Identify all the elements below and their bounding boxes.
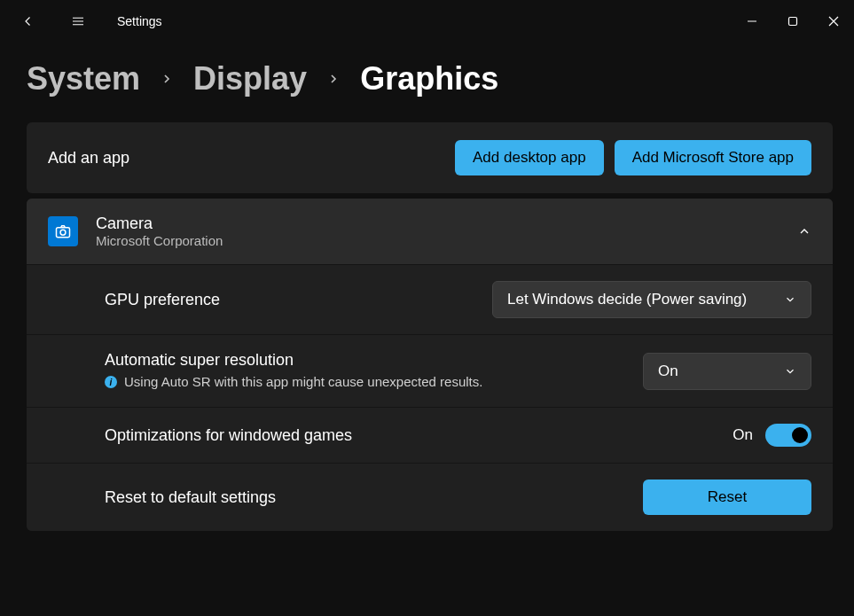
auto-sr-title: Automatic super resolution bbox=[105, 351, 629, 370]
windowed-optimizations-row: Optimizations for windowed games On bbox=[27, 407, 833, 463]
camera-app-icon bbox=[48, 216, 78, 246]
auto-sr-row: Automatic super resolution i Using Auto … bbox=[27, 334, 833, 407]
breadcrumb-system[interactable]: System bbox=[27, 60, 140, 97]
svg-rect-0 bbox=[789, 18, 797, 26]
gpu-preference-row: GPU preference Let Windows decide (Power… bbox=[27, 264, 833, 334]
chevron-down-icon bbox=[784, 293, 796, 306]
back-button[interactable] bbox=[11, 4, 46, 39]
app-settings-card: Camera Microsoft Corporation GPU prefere… bbox=[27, 199, 833, 531]
info-icon: i bbox=[105, 376, 117, 388]
svg-rect-1 bbox=[57, 228, 70, 238]
chevron-up-icon bbox=[797, 224, 811, 238]
breadcrumb-graphics: Graphics bbox=[360, 60, 498, 97]
windowed-optimizations-toggle[interactable] bbox=[765, 424, 811, 447]
app-expander-header[interactable]: Camera Microsoft Corporation bbox=[27, 199, 833, 264]
gpu-preference-value: Let Windows decide (Power saving) bbox=[507, 291, 747, 308]
add-desktop-app-button[interactable]: Add desktop app bbox=[455, 140, 604, 175]
app-name: Camera bbox=[96, 214, 797, 233]
windowed-optimizations-title: Optimizations for windowed games bbox=[105, 426, 718, 445]
minimize-button[interactable] bbox=[732, 7, 772, 35]
auto-sr-value: On bbox=[658, 363, 678, 380]
auto-sr-dropdown[interactable]: On bbox=[643, 353, 811, 390]
windowed-optimizations-state: On bbox=[733, 426, 753, 444]
reset-row: Reset to default settings Reset bbox=[27, 463, 833, 531]
breadcrumb: System Display Graphics bbox=[27, 60, 833, 97]
svg-point-2 bbox=[60, 230, 66, 235]
gpu-preference-dropdown[interactable]: Let Windows decide (Power saving) bbox=[492, 281, 811, 318]
reset-title: Reset to default settings bbox=[105, 488, 629, 507]
add-app-row: Add an app Add desktop app Add Microsoft… bbox=[27, 122, 833, 193]
chevron-right-icon bbox=[160, 72, 174, 86]
breadcrumb-display[interactable]: Display bbox=[193, 60, 307, 97]
add-store-app-button[interactable]: Add Microsoft Store app bbox=[615, 140, 811, 175]
add-app-label: Add an app bbox=[48, 149, 444, 168]
chevron-down-icon bbox=[784, 365, 796, 378]
app-publisher: Microsoft Corporation bbox=[96, 233, 797, 248]
chevron-right-icon bbox=[326, 72, 341, 86]
auto-sr-desc: Using Auto SR with this app might cause … bbox=[124, 373, 482, 391]
maximize-button[interactable] bbox=[772, 7, 813, 35]
hamburger-menu-button[interactable] bbox=[60, 4, 96, 39]
reset-button[interactable]: Reset bbox=[643, 480, 811, 515]
close-button[interactable] bbox=[813, 7, 854, 35]
window-title: Settings bbox=[117, 14, 162, 28]
gpu-preference-title: GPU preference bbox=[105, 291, 478, 309]
